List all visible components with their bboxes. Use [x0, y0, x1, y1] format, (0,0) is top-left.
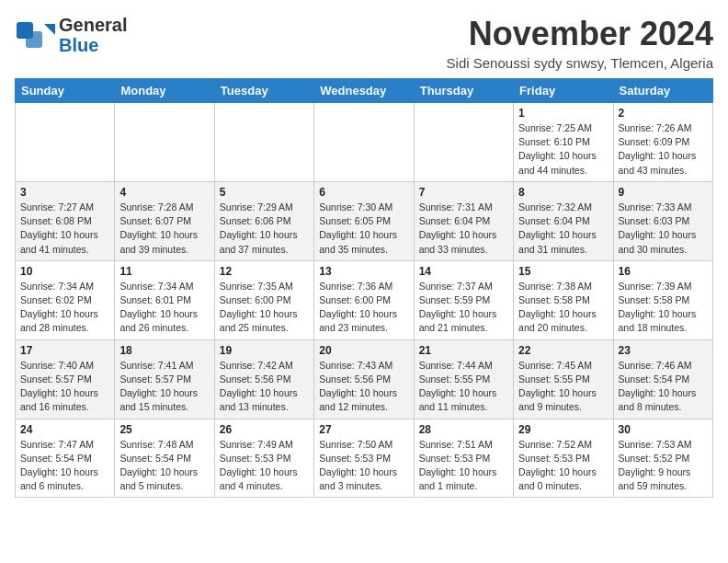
day-number: 6 — [319, 186, 408, 199]
day-info: Sunrise: 7:26 AM Sunset: 6:09 PM Dayligh… — [619, 121, 708, 178]
empty-cell — [115, 103, 214, 182]
day-info: Sunrise: 7:25 AM Sunset: 6:10 PM Dayligh… — [518, 121, 608, 178]
day-number: 7 — [419, 186, 508, 199]
day-number: 1 — [518, 107, 608, 120]
weekday-header-saturday: Saturday — [613, 79, 712, 103]
day-cell-16: 16Sunrise: 7:39 AM Sunset: 5:58 PM Dayli… — [613, 260, 712, 339]
day-number: 26 — [220, 423, 309, 436]
location: Sidi Senoussi sydy snwsy, Tlemcen, Alger… — [447, 55, 713, 71]
day-info: Sunrise: 7:49 AM Sunset: 5:53 PM Dayligh… — [220, 438, 309, 494]
day-cell-22: 22Sunrise: 7:45 AM Sunset: 5:55 PM Dayli… — [514, 339, 613, 419]
day-cell-5: 5Sunrise: 7:29 AM Sunset: 6:06 PM Daylig… — [214, 181, 313, 260]
empty-cell — [214, 103, 313, 182]
day-cell-15: 15Sunrise: 7:38 AM Sunset: 5:58 PM Dayli… — [514, 260, 613, 339]
day-number: 28 — [419, 423, 508, 436]
day-info: Sunrise: 7:47 AM Sunset: 5:54 PM Dayligh… — [20, 438, 109, 494]
day-number: 24 — [20, 423, 109, 436]
day-info: Sunrise: 7:35 AM Sunset: 6:00 PM Dayligh… — [220, 280, 309, 336]
day-cell-25: 25Sunrise: 7:48 AM Sunset: 5:54 PM Dayli… — [115, 419, 214, 498]
day-cell-29: 29Sunrise: 7:52 AM Sunset: 5:53 PM Dayli… — [514, 419, 613, 498]
day-cell-8: 8Sunrise: 7:32 AM Sunset: 6:04 PM Daylig… — [514, 181, 613, 260]
day-cell-11: 11Sunrise: 7:34 AM Sunset: 6:01 PM Dayli… — [115, 260, 214, 339]
day-cell-10: 10Sunrise: 7:34 AM Sunset: 6:02 PM Dayli… — [16, 260, 115, 339]
day-info: Sunrise: 7:40 AM Sunset: 5:57 PM Dayligh… — [20, 359, 109, 415]
day-info: Sunrise: 7:46 AM Sunset: 5:54 PM Dayligh… — [619, 359, 708, 415]
day-cell-20: 20Sunrise: 7:43 AM Sunset: 5:56 PM Dayli… — [314, 339, 414, 419]
day-number: 23 — [619, 344, 708, 357]
calendar-table: SundayMondayTuesdayWednesdayThursdayFrid… — [15, 78, 713, 498]
empty-cell — [414, 103, 513, 182]
page-header: General Blue November 2024 Sidi Senoussi… — [15, 15, 713, 71]
day-info: Sunrise: 7:36 AM Sunset: 6:00 PM Dayligh… — [319, 280, 408, 336]
day-cell-13: 13Sunrise: 7:36 AM Sunset: 6:00 PM Dayli… — [314, 260, 414, 339]
svg-marker-2 — [44, 24, 55, 35]
day-info: Sunrise: 7:44 AM Sunset: 5:55 PM Dayligh… — [419, 359, 508, 415]
logo: General Blue — [15, 15, 127, 55]
day-number: 14 — [419, 265, 508, 278]
week-row-4: 17Sunrise: 7:40 AM Sunset: 5:57 PM Dayli… — [16, 339, 713, 419]
day-number: 10 — [20, 265, 109, 278]
day-cell-28: 28Sunrise: 7:51 AM Sunset: 5:53 PM Dayli… — [414, 419, 513, 498]
day-info: Sunrise: 7:48 AM Sunset: 5:54 PM Dayligh… — [119, 438, 209, 494]
day-info: Sunrise: 7:32 AM Sunset: 6:04 PM Dayligh… — [518, 201, 608, 257]
weekday-header-thursday: Thursday — [414, 79, 513, 103]
day-info: Sunrise: 7:37 AM Sunset: 5:59 PM Dayligh… — [419, 280, 508, 336]
day-cell-2: 2Sunrise: 7:26 AM Sunset: 6:09 PM Daylig… — [613, 103, 712, 182]
day-cell-4: 4Sunrise: 7:28 AM Sunset: 6:07 PM Daylig… — [115, 181, 214, 260]
week-row-1: 1Sunrise: 7:25 AM Sunset: 6:10 PM Daylig… — [16, 103, 713, 182]
day-info: Sunrise: 7:29 AM Sunset: 6:06 PM Dayligh… — [220, 201, 309, 257]
day-number: 13 — [319, 265, 408, 278]
day-cell-26: 26Sunrise: 7:49 AM Sunset: 5:53 PM Dayli… — [214, 419, 313, 498]
weekday-header-sunday: Sunday — [16, 79, 115, 103]
day-info: Sunrise: 7:27 AM Sunset: 6:08 PM Dayligh… — [20, 201, 109, 257]
day-cell-12: 12Sunrise: 7:35 AM Sunset: 6:00 PM Dayli… — [214, 260, 313, 339]
day-cell-9: 9Sunrise: 7:33 AM Sunset: 6:03 PM Daylig… — [613, 181, 712, 260]
day-number: 3 — [20, 186, 109, 199]
logo-blue: Blue — [59, 35, 127, 55]
day-number: 22 — [518, 344, 608, 357]
day-info: Sunrise: 7:45 AM Sunset: 5:55 PM Dayligh… — [518, 359, 608, 415]
day-cell-21: 21Sunrise: 7:44 AM Sunset: 5:55 PM Dayli… — [414, 339, 513, 419]
day-number: 27 — [319, 423, 408, 436]
day-info: Sunrise: 7:39 AM Sunset: 5:58 PM Dayligh… — [619, 280, 708, 336]
day-info: Sunrise: 7:34 AM Sunset: 6:01 PM Dayligh… — [119, 280, 209, 336]
month-title: November 2024 — [447, 15, 713, 53]
day-cell-24: 24Sunrise: 7:47 AM Sunset: 5:54 PM Dayli… — [16, 419, 115, 498]
week-row-5: 24Sunrise: 7:47 AM Sunset: 5:54 PM Dayli… — [16, 419, 713, 498]
day-number: 18 — [119, 344, 209, 357]
day-info: Sunrise: 7:53 AM Sunset: 5:52 PM Dayligh… — [619, 438, 708, 494]
day-number: 16 — [619, 265, 708, 278]
day-number: 25 — [119, 423, 209, 436]
day-number: 29 — [518, 423, 608, 436]
day-cell-30: 30Sunrise: 7:53 AM Sunset: 5:52 PM Dayli… — [613, 419, 712, 498]
svg-rect-1 — [26, 31, 42, 48]
week-row-2: 3Sunrise: 7:27 AM Sunset: 6:08 PM Daylig… — [16, 181, 713, 260]
day-number: 30 — [619, 423, 708, 436]
day-number: 4 — [119, 186, 209, 199]
day-info: Sunrise: 7:42 AM Sunset: 5:56 PM Dayligh… — [220, 359, 309, 415]
day-number: 15 — [518, 265, 608, 278]
day-number: 8 — [518, 186, 608, 199]
day-number: 20 — [319, 344, 408, 357]
day-number: 21 — [419, 344, 508, 357]
day-info: Sunrise: 7:33 AM Sunset: 6:03 PM Dayligh… — [619, 201, 708, 257]
day-info: Sunrise: 7:31 AM Sunset: 6:04 PM Dayligh… — [419, 201, 508, 257]
day-cell-17: 17Sunrise: 7:40 AM Sunset: 5:57 PM Dayli… — [16, 339, 115, 419]
day-info: Sunrise: 7:41 AM Sunset: 5:57 PM Dayligh… — [119, 359, 209, 415]
day-number: 12 — [220, 265, 309, 278]
weekday-header-tuesday: Tuesday — [214, 79, 313, 103]
day-cell-27: 27Sunrise: 7:50 AM Sunset: 5:53 PM Dayli… — [314, 419, 414, 498]
day-cell-7: 7Sunrise: 7:31 AM Sunset: 6:04 PM Daylig… — [414, 181, 513, 260]
day-info: Sunrise: 7:34 AM Sunset: 6:02 PM Dayligh… — [20, 280, 109, 336]
day-cell-14: 14Sunrise: 7:37 AM Sunset: 5:59 PM Dayli… — [414, 260, 513, 339]
day-number: 11 — [119, 265, 209, 278]
day-cell-3: 3Sunrise: 7:27 AM Sunset: 6:08 PM Daylig… — [16, 181, 115, 260]
day-cell-18: 18Sunrise: 7:41 AM Sunset: 5:57 PM Dayli… — [115, 339, 214, 419]
weekday-header-monday: Monday — [115, 79, 214, 103]
day-info: Sunrise: 7:38 AM Sunset: 5:58 PM Dayligh… — [518, 280, 608, 336]
day-cell-1: 1Sunrise: 7:25 AM Sunset: 6:10 PM Daylig… — [514, 103, 613, 182]
empty-cell — [16, 103, 115, 182]
weekday-header-row: SundayMondayTuesdayWednesdayThursdayFrid… — [16, 79, 713, 103]
day-info: Sunrise: 7:43 AM Sunset: 5:56 PM Dayligh… — [319, 359, 408, 415]
day-number: 19 — [220, 344, 309, 357]
